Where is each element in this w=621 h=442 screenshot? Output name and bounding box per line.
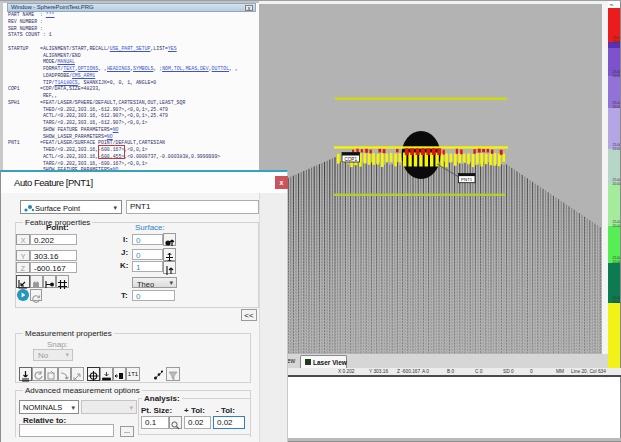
svg-text:PNT1: PNT1: [461, 177, 473, 182]
svg-text:COP1: COP1: [344, 157, 357, 162]
